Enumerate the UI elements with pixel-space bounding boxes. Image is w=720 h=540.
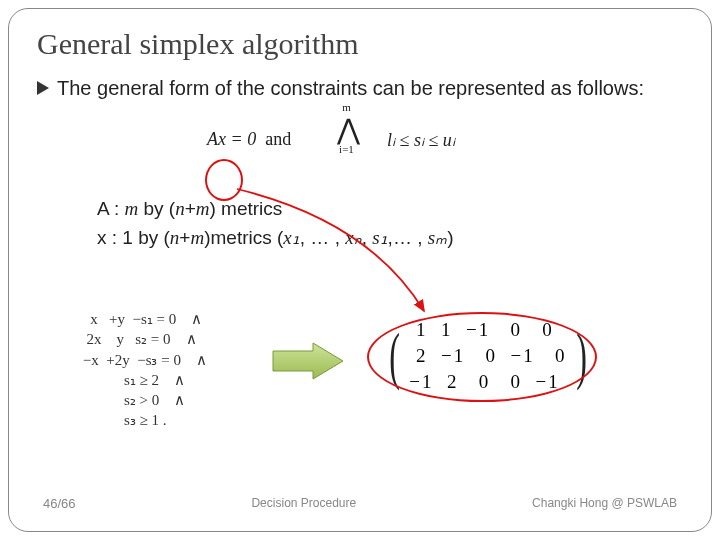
and-text: and (265, 129, 291, 149)
bigand-sub: i=1 (335, 143, 358, 155)
eq-row: 2x y s₂ = 0 ∧ (79, 329, 207, 349)
slide-number: 46/66 (43, 496, 76, 511)
formula-bigand: m ⋀ i=1 (337, 107, 360, 153)
bound-text: lᵢ ≤ sᵢ ≤ uᵢ (387, 130, 455, 150)
eq-row: s₃ ≥ 1 . (79, 410, 207, 430)
desc-block: A : m by (n+m) metrics x : 1 by (n+m)met… (97, 195, 683, 252)
eq-row: x +y −s₁ = 0 ∧ (79, 309, 207, 329)
desc-line-A: A : m by (n+m) metrics (97, 195, 683, 224)
formula-bound: lᵢ ≤ sᵢ ≤ uᵢ (387, 129, 455, 151)
desc-line-x: x : 1 by (n+m)metrics (x₁, … , xₙ, s₁,… … (97, 224, 683, 253)
eq-row: −x +2y −s₃ = 0 ∧ (79, 350, 207, 370)
eq-row: s₂ > 0 ∧ (79, 390, 207, 410)
red-ellipse-annotation-icon (367, 312, 597, 402)
bullet-text: The general form of the constraints can … (57, 75, 644, 101)
svg-marker-0 (37, 81, 49, 95)
red-circle-annotation-icon (205, 159, 243, 201)
ax-text: Ax = 0 (207, 129, 256, 149)
svg-marker-1 (273, 343, 343, 379)
formula-axeq0: Ax = 0 and (207, 129, 291, 150)
equation-block: x +y −s₁ = 0 ∧ 2x y s₂ = 0 ∧ −x +2y −s₃ … (79, 309, 207, 431)
slide-title: General simplex algorithm (37, 27, 683, 61)
triangle-bullet-icon (37, 81, 49, 99)
bigand-sup: m (335, 101, 358, 113)
bullet-row: The general form of the constraints can … (37, 75, 683, 101)
footer: 46/66 Decision Procedure Changki Hong @ … (43, 496, 677, 511)
block-arrow-icon (269, 339, 349, 387)
bigand-symbol-icon: ⋀ (337, 119, 360, 141)
eq-row: s₁ ≥ 2 ∧ (79, 370, 207, 390)
slide-frame: General simplex algorithm The general fo… (8, 8, 712, 532)
footer-right: Changki Hong @ PSWLAB (532, 496, 677, 511)
footer-center: Decision Procedure (251, 496, 356, 511)
